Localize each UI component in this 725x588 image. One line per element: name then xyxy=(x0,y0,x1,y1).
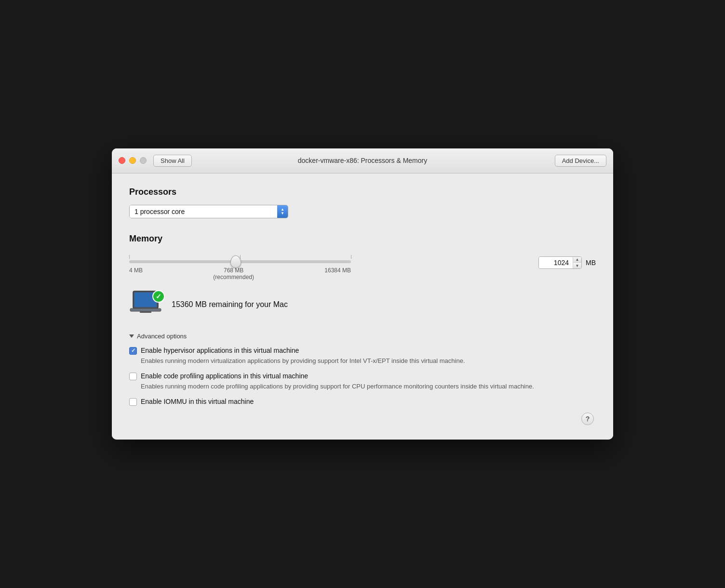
option1-checkbox[interactable] xyxy=(129,347,137,355)
memory-slider-thumb[interactable] xyxy=(230,255,241,268)
processor-arrow-down-icon: ▼ xyxy=(281,212,284,215)
memory-controls: 4 MB 768 MB (recommended) 16384 MB xyxy=(129,252,596,283)
slider-label-max: 16384 MB xyxy=(324,267,351,281)
option2-label: Enable code profiling applications in th… xyxy=(141,372,308,380)
mac-remaining-text: 15360 MB remaining for your Mac xyxy=(172,300,288,309)
help-button[interactable]: ? xyxy=(581,413,594,425)
mac-icon-wrapper: ✓ xyxy=(129,290,164,319)
maximize-button[interactable] xyxy=(140,157,147,164)
svg-rect-3 xyxy=(140,311,151,313)
check-badge: ✓ xyxy=(152,290,165,303)
tick-mid xyxy=(240,255,241,259)
slider-label-min: 4 MB xyxy=(129,267,143,281)
advanced-toggle[interactable]: Advanced options xyxy=(129,333,596,340)
memory-input-field[interactable] xyxy=(539,257,573,268)
advanced-toggle-icon xyxy=(129,334,134,338)
titlebar: Show All docker-vmware-x86: Processors &… xyxy=(112,148,613,174)
show-all-button[interactable]: Show All xyxy=(153,155,192,167)
svg-rect-2 xyxy=(130,308,161,311)
close-button[interactable] xyxy=(119,157,125,164)
option1-label: Enable hypervisor applications in this v… xyxy=(141,347,299,354)
processor-select-wrapper: 1 processor core ▲ ▼ xyxy=(129,205,596,218)
minimize-button[interactable] xyxy=(129,157,136,164)
processors-title: Processors xyxy=(129,187,596,197)
memory-input-row: ▲ ▼ MB xyxy=(538,256,596,269)
processors-section: Processors 1 processor core ▲ ▼ xyxy=(129,187,596,218)
window-title: docker-vmware-x86: Processors & Memory xyxy=(298,157,427,164)
memory-unit-label: MB xyxy=(586,259,596,267)
memory-section: Memory 4 MB 7 xyxy=(129,234,596,319)
memory-slider-track[interactable] xyxy=(129,260,351,263)
slider-labels: 4 MB 768 MB (recommended) 16384 MB xyxy=(129,267,351,281)
processor-select-container[interactable]: 1 processor core ▲ ▼ xyxy=(129,205,288,218)
memory-stepper-up[interactable]: ▲ xyxy=(573,257,581,263)
bottom-row: ? xyxy=(129,408,596,425)
main-window: Show All docker-vmware-x86: Processors &… xyxy=(112,148,613,440)
memory-slider-area: 4 MB 768 MB (recommended) 16384 MB xyxy=(129,260,530,281)
tick-min xyxy=(129,255,130,259)
processor-select-value: 1 processor core xyxy=(130,205,277,218)
tick-max xyxy=(351,255,351,259)
slider-label-mid-sub: (recommended) xyxy=(213,274,254,281)
slider-label-mid-value: 768 MB xyxy=(213,267,254,274)
add-device-button[interactable]: Add Device... xyxy=(555,155,606,167)
option1-row: Enable hypervisor applications in this v… xyxy=(129,347,596,355)
option2-checkbox[interactable] xyxy=(129,373,137,380)
memory-stepper: ▲ ▼ xyxy=(573,257,581,268)
mac-info-row: ✓ 15360 MB remaining for your Mac xyxy=(129,290,596,319)
traffic-lights xyxy=(119,157,147,164)
option2-row: Enable code profiling applications in th… xyxy=(129,372,596,380)
processor-select-arrows[interactable]: ▲ ▼ xyxy=(277,205,288,218)
option1-desc: Enables running modern virtualization ap… xyxy=(141,357,596,365)
memory-title: Memory xyxy=(129,234,596,244)
memory-slider-col: 4 MB 768 MB (recommended) 16384 MB xyxy=(129,252,530,283)
slider-label-mid: 768 MB (recommended) xyxy=(213,267,254,281)
option3-checkbox[interactable] xyxy=(129,398,137,406)
advanced-section: Advanced options Enable hypervisor appli… xyxy=(129,333,596,406)
memory-input-box: ▲ ▼ xyxy=(538,256,582,269)
option3-label: Enable IOMMU in this virtual machine xyxy=(141,398,254,405)
option3-row: Enable IOMMU in this virtual machine xyxy=(129,398,596,406)
memory-stepper-down[interactable]: ▼ xyxy=(573,263,581,268)
content-area: Processors 1 processor core ▲ ▼ Memory xyxy=(112,174,613,440)
option2-desc: Enables running modern code profiling ap… xyxy=(141,382,596,391)
advanced-toggle-label: Advanced options xyxy=(137,333,187,340)
